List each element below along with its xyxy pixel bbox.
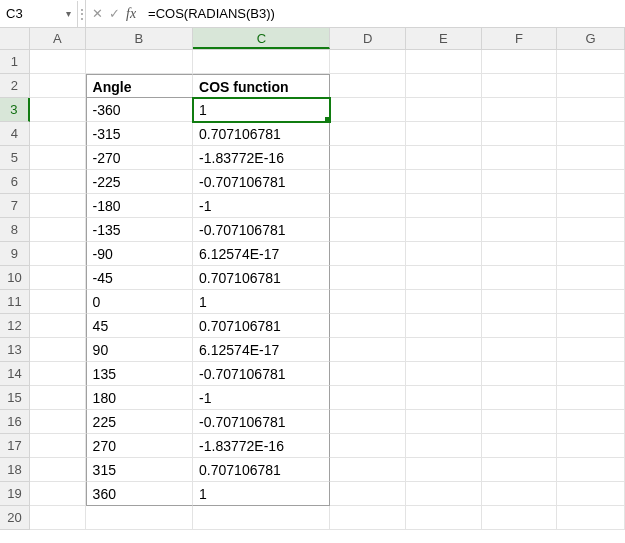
cell-D19[interactable] (330, 482, 406, 506)
cell-F19[interactable] (482, 482, 558, 506)
cell-D8[interactable] (330, 218, 406, 242)
cell-E8[interactable] (406, 218, 482, 242)
cell-B7[interactable]: -180 (86, 194, 193, 218)
fx-icon[interactable]: fx (126, 7, 136, 21)
cell-F2[interactable] (482, 74, 558, 98)
cell-G3[interactable] (557, 98, 625, 122)
cell-D2[interactable] (330, 74, 406, 98)
cell-B18[interactable]: 315 (86, 458, 193, 482)
cell-F15[interactable] (482, 386, 558, 410)
cell-E15[interactable] (406, 386, 482, 410)
cell-C9[interactable]: 6.12574E-17 (193, 242, 330, 266)
cell-A10[interactable] (30, 266, 86, 290)
cell-D9[interactable] (330, 242, 406, 266)
cell-C13[interactable]: 6.12574E-17 (193, 338, 330, 362)
row-header-7[interactable]: 7 (0, 194, 30, 218)
cell-D13[interactable] (330, 338, 406, 362)
cell-F20[interactable] (482, 506, 558, 530)
cell-C11[interactable]: 1 (193, 290, 330, 314)
cell-B9[interactable]: -90 (86, 242, 193, 266)
cell-G4[interactable] (557, 122, 625, 146)
cell-G20[interactable] (557, 506, 625, 530)
cell-G7[interactable] (557, 194, 625, 218)
cancel-icon[interactable]: ✕ (92, 7, 103, 20)
row-header-16[interactable]: 16 (0, 410, 30, 434)
cell-A9[interactable] (30, 242, 86, 266)
cell-E18[interactable] (406, 458, 482, 482)
cell-A4[interactable] (30, 122, 86, 146)
row-header-2[interactable]: 2 (0, 74, 30, 98)
cell-B13[interactable]: 90 (86, 338, 193, 362)
cell-F18[interactable] (482, 458, 558, 482)
cell-B1[interactable] (86, 50, 193, 74)
cell-F8[interactable] (482, 218, 558, 242)
formula-input[interactable] (142, 0, 625, 27)
cell-G12[interactable] (557, 314, 625, 338)
cell-E12[interactable] (406, 314, 482, 338)
cell-B19[interactable]: 360 (86, 482, 193, 506)
cell-G19[interactable] (557, 482, 625, 506)
cell-B4[interactable]: -315 (86, 122, 193, 146)
cell-C8[interactable]: -0.707106781 (193, 218, 330, 242)
cell-D12[interactable] (330, 314, 406, 338)
name-box[interactable]: C3 ▾ (0, 1, 78, 27)
cell-F12[interactable] (482, 314, 558, 338)
cell-E13[interactable] (406, 338, 482, 362)
cell-C3[interactable]: 1 (193, 98, 330, 122)
row-header-8[interactable]: 8 (0, 218, 30, 242)
column-header-e[interactable]: E (406, 28, 482, 49)
cell-A1[interactable] (30, 50, 86, 74)
cell-D20[interactable] (330, 506, 406, 530)
cell-F3[interactable] (482, 98, 558, 122)
cell-C12[interactable]: 0.707106781 (193, 314, 330, 338)
cell-C10[interactable]: 0.707106781 (193, 266, 330, 290)
cell-F7[interactable] (482, 194, 558, 218)
cell-E19[interactable] (406, 482, 482, 506)
cell-B12[interactable]: 45 (86, 314, 193, 338)
cell-B2[interactable]: Angle (86, 74, 193, 98)
row-header-6[interactable]: 6 (0, 170, 30, 194)
cell-B15[interactable]: 180 (86, 386, 193, 410)
cell-D7[interactable] (330, 194, 406, 218)
cell-B20[interactable] (86, 506, 193, 530)
cell-F5[interactable] (482, 146, 558, 170)
cell-D11[interactable] (330, 290, 406, 314)
cell-E4[interactable] (406, 122, 482, 146)
cell-A19[interactable] (30, 482, 86, 506)
cell-B17[interactable]: 270 (86, 434, 193, 458)
row-header-11[interactable]: 11 (0, 290, 30, 314)
cell-A11[interactable] (30, 290, 86, 314)
cell-B10[interactable]: -45 (86, 266, 193, 290)
cell-A5[interactable] (30, 146, 86, 170)
row-header-9[interactable]: 9 (0, 242, 30, 266)
cell-F9[interactable] (482, 242, 558, 266)
cell-B5[interactable]: -270 (86, 146, 193, 170)
cell-B14[interactable]: 135 (86, 362, 193, 386)
row-header-5[interactable]: 5 (0, 146, 30, 170)
select-all-corner[interactable] (0, 28, 30, 50)
cell-C2[interactable]: COS function (193, 74, 330, 98)
cell-C7[interactable]: -1 (193, 194, 330, 218)
cell-C4[interactable]: 0.707106781 (193, 122, 330, 146)
cell-C6[interactable]: -0.707106781 (193, 170, 330, 194)
column-header-b[interactable]: B (86, 28, 193, 49)
cell-D6[interactable] (330, 170, 406, 194)
cell-B8[interactable]: -135 (86, 218, 193, 242)
cell-E16[interactable] (406, 410, 482, 434)
cell-E20[interactable] (406, 506, 482, 530)
row-header-18[interactable]: 18 (0, 458, 30, 482)
cell-G18[interactable] (557, 458, 625, 482)
cell-B6[interactable]: -225 (86, 170, 193, 194)
column-header-a[interactable]: A (30, 28, 86, 49)
cell-E6[interactable] (406, 170, 482, 194)
cell-A12[interactable] (30, 314, 86, 338)
cell-D18[interactable] (330, 458, 406, 482)
cell-F17[interactable] (482, 434, 558, 458)
enter-icon[interactable]: ✓ (109, 7, 120, 20)
cell-E11[interactable] (406, 290, 482, 314)
cell-D5[interactable] (330, 146, 406, 170)
row-header-19[interactable]: 19 (0, 482, 30, 506)
column-header-c[interactable]: C (193, 28, 330, 49)
cell-C14[interactable]: -0.707106781 (193, 362, 330, 386)
cell-A16[interactable] (30, 410, 86, 434)
